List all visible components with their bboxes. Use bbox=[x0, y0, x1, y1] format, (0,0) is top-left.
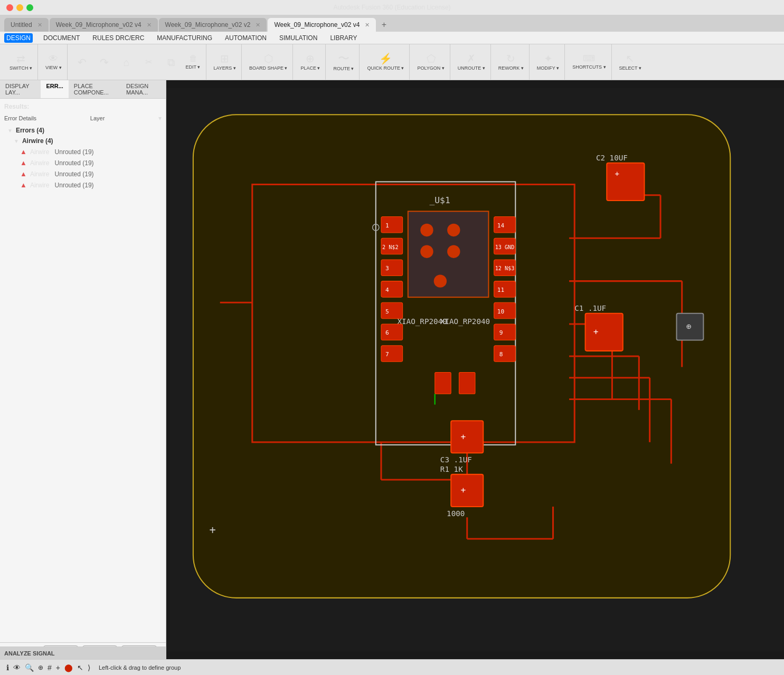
canvas-area[interactable]: _U$1 XIAO_RP2040 XIAO_RP2040 1 2 N$2 3 4… bbox=[166, 80, 784, 659]
menu-simulation[interactable]: SIMULATION bbox=[277, 33, 319, 43]
airwire-item-3[interactable]: ▲ Airwire Unrouted (19) bbox=[17, 168, 162, 179]
zoom-in-icon[interactable]: ⊕ bbox=[38, 664, 43, 671]
maximize-button[interactable] bbox=[26, 4, 33, 11]
menu-library[interactable]: LIBRARY bbox=[328, 33, 359, 43]
tab-place-components[interactable]: PLACE COMPONE... bbox=[69, 80, 121, 98]
airwire-detail-2: Unrouted (19) bbox=[55, 159, 94, 167]
svg-rect-43 bbox=[381, 324, 403, 340]
shortcuts-button[interactable]: ⌨ SHORTCUTS ▾ bbox=[569, 47, 609, 78]
route-button[interactable]: 〜 ROUTE ▾ bbox=[330, 47, 357, 78]
home-icon: ⌂ bbox=[123, 57, 129, 68]
board-shape-icon: ⬡ bbox=[264, 53, 273, 64]
svg-text:4: 4 bbox=[385, 287, 389, 293]
tab-week09c[interactable]: Week_09_Microphone_v02 v4 ✕ bbox=[268, 18, 376, 32]
home-button[interactable]: ⌂ bbox=[116, 47, 137, 78]
airwire-item-4[interactable]: ▲ Airwire Unrouted (19) bbox=[17, 179, 162, 191]
place-icon: ⊕ bbox=[306, 53, 315, 64]
modify-button[interactable]: ✦ MODIFY ▾ bbox=[534, 47, 562, 78]
close-button[interactable] bbox=[6, 4, 13, 11]
airwire-group[interactable]: ▼ Airwire (4) bbox=[11, 136, 162, 146]
unroute-button[interactable]: ✗ UNROUTE ▾ bbox=[455, 47, 488, 78]
redo-button[interactable]: ↷ bbox=[94, 47, 115, 78]
warning-icon-2: ▲ bbox=[20, 159, 27, 167]
airwire-type-4: Airwire bbox=[30, 182, 50, 189]
undo-button[interactable]: ↶ bbox=[72, 47, 93, 78]
polygon-button[interactable]: ⬠ POLYGON ▾ bbox=[414, 47, 447, 78]
place-button[interactable]: ⊕ PLACE ▾ bbox=[297, 47, 323, 78]
airwire-item-2[interactable]: ▲ Airwire Unrouted (19) bbox=[17, 157, 162, 168]
modify-label: MODIFY ▾ bbox=[537, 65, 559, 71]
svg-text:3: 3 bbox=[385, 265, 389, 272]
svg-rect-37 bbox=[381, 260, 403, 276]
view-button[interactable]: 👁 VIEW ▾ bbox=[42, 47, 65, 78]
svg-text:_U$1: _U$1 bbox=[430, 195, 450, 205]
warning-icon-3: ▲ bbox=[20, 170, 27, 178]
side-tab-bar: DISPLAY LAY... ERR... PLACE COMPONE... D… bbox=[0, 80, 166, 99]
airwire-expand-icon: ▼ bbox=[14, 138, 19, 144]
svg-rect-68 bbox=[585, 313, 623, 351]
select-button[interactable]: ↖ SELECT ▾ bbox=[616, 47, 645, 78]
svg-text:C2  10UF: C2 10UF bbox=[596, 154, 628, 162]
side-panel: DISPLAY LAY... ERR... PLACE COMPONE... D… bbox=[0, 80, 166, 659]
svg-text:XIAO_RP2040: XIAO_RP2040 bbox=[397, 317, 447, 326]
tab-close-untitled[interactable]: ✕ bbox=[37, 22, 42, 28]
svg-text:10: 10 bbox=[497, 308, 505, 315]
delete-button[interactable]: 🗑 EDIT ▾ bbox=[183, 47, 204, 78]
svg-point-28 bbox=[447, 245, 460, 258]
airwire-type-2: Airwire bbox=[30, 159, 50, 167]
cursor-icon[interactable]: ↖ bbox=[77, 663, 83, 672]
modify-icon: ✦ bbox=[544, 53, 553, 64]
stop-icon[interactable]: ⬤ bbox=[64, 663, 73, 672]
tab-close-week09c[interactable]: ✕ bbox=[365, 22, 370, 28]
plus-icon[interactable]: + bbox=[56, 663, 60, 672]
panel-header: Error Details Layer ▾ bbox=[4, 115, 162, 122]
switch-label: SWITCH ▾ bbox=[10, 65, 32, 71]
col-dropdown[interactable]: ▾ bbox=[158, 115, 162, 122]
tab-close-week09a[interactable]: ✕ bbox=[147, 22, 152, 28]
next-icon[interactable]: ⟩ bbox=[88, 663, 90, 672]
cut-button[interactable]: ✂ bbox=[138, 47, 159, 78]
switch-button[interactable]: ⇄ SWITCH ▾ bbox=[6, 47, 35, 78]
info-icon[interactable]: ℹ bbox=[6, 663, 9, 672]
menu-design[interactable]: DESIGN bbox=[4, 33, 33, 43]
tab-display-layers[interactable]: DISPLAY LAY... bbox=[0, 80, 41, 98]
tab-untitled[interactable]: Untitled ✕ bbox=[4, 18, 49, 32]
quick-route-group: ⚡ QUICK ROUTE ▾ bbox=[362, 44, 410, 80]
menu-rules-drc[interactable]: RULES DRC/ERC bbox=[90, 33, 146, 43]
rework-label: REWORK ▾ bbox=[498, 65, 524, 71]
tab-close-week09b[interactable]: ✕ bbox=[256, 22, 260, 28]
board-shape-button[interactable]: ⬡ BOARD SHAPE ▾ bbox=[246, 47, 291, 78]
copy-icon: ⧉ bbox=[167, 57, 175, 68]
zoom-out-icon[interactable]: 🔍 bbox=[25, 663, 34, 672]
copy-button[interactable]: ⧉ bbox=[160, 47, 182, 78]
modify-group: ✦ MODIFY ▾ bbox=[532, 44, 565, 80]
menu-manufacturing[interactable]: MANUFACTURING bbox=[155, 33, 214, 43]
svg-rect-45 bbox=[381, 346, 403, 362]
layers-group: ⊞ LAYERS ▾ bbox=[209, 44, 242, 80]
shortcuts-icon: ⌨ bbox=[583, 54, 595, 63]
eye-icon[interactable]: 👁 bbox=[13, 663, 21, 672]
tab-design-manager[interactable]: DESIGN MANA... bbox=[121, 80, 166, 98]
svg-text:6: 6 bbox=[385, 329, 389, 336]
unroute-icon: ✗ bbox=[467, 53, 476, 64]
delete-icon: 🗑 bbox=[189, 54, 197, 63]
new-tab-button[interactable]: + bbox=[377, 18, 391, 32]
rework-button[interactable]: ↻ REWORK ▾ bbox=[495, 47, 527, 78]
route-group: 〜 ROUTE ▾ bbox=[328, 44, 360, 80]
svg-point-25 bbox=[420, 224, 433, 236]
menu-document[interactable]: DOCUMENT bbox=[41, 33, 82, 43]
svg-point-26 bbox=[447, 224, 460, 236]
minimize-button[interactable] bbox=[16, 4, 23, 11]
menu-automation[interactable]: AUTOMATION bbox=[223, 33, 269, 43]
grid-icon[interactable]: # bbox=[48, 663, 52, 672]
tab-errors[interactable]: ERR... bbox=[41, 80, 68, 98]
airwire-item-1[interactable]: ▲ Airwire Unrouted (19) bbox=[17, 146, 162, 157]
redo-icon: ↷ bbox=[100, 57, 109, 68]
tab-week09a[interactable]: Week_09_Microphone_v02 v4 ✕ bbox=[50, 18, 158, 32]
error-tree: ▼ Errors (4) ▼ Airwire (4) ▲ Airwire Unr… bbox=[4, 125, 162, 191]
quick-route-button[interactable]: ⚡ QUICK ROUTE ▾ bbox=[364, 47, 407, 78]
tab-week09b[interactable]: Week_09_Microphone_v02 v2 ✕ bbox=[159, 18, 267, 32]
layers-button[interactable]: ⊞ LAYERS ▾ bbox=[211, 47, 239, 78]
quick-route-label: QUICK ROUTE ▾ bbox=[367, 65, 404, 71]
errors-group[interactable]: ▼ Errors (4) bbox=[4, 125, 162, 136]
